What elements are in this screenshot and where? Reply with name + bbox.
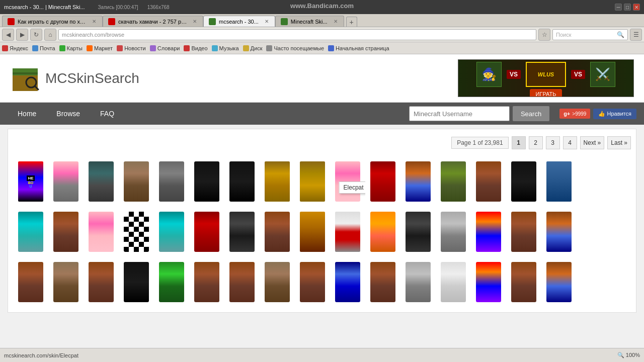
skin-cell-18[interactable]	[48, 207, 84, 257]
skin-cell-36[interactable]	[119, 257, 154, 307]
skin-cell-12[interactable]	[400, 156, 436, 207]
tab-4-close[interactable]: ✕	[333, 19, 339, 25]
skin-cell-47[interactable]	[506, 257, 541, 307]
skin-cell-30[interactable]	[471, 207, 506, 257]
back-button[interactable]: ◀	[2, 29, 14, 41]
skin-cell-22[interactable]	[189, 207, 224, 257]
tab-3-close[interactable]: ✕	[264, 19, 270, 25]
skin-cell-33[interactable]	[13, 257, 48, 307]
skin-img-6	[194, 161, 219, 202]
skin-cell-20[interactable]	[119, 207, 154, 257]
skin-cell-4[interactable]	[119, 156, 154, 207]
skin-cell-27[interactable]	[365, 207, 400, 257]
forward-button[interactable]: ▶	[16, 29, 28, 41]
skin-cell-32[interactable]	[541, 207, 577, 257]
bookmark-video[interactable]: Видео	[184, 45, 207, 51]
bookmark-music[interactable]: Музыка	[212, 45, 239, 51]
close-button[interactable]: ✕	[633, 4, 640, 11]
bookmark-disk[interactable]: Диск	[243, 45, 263, 51]
skin-cell-19[interactable]	[84, 207, 119, 257]
page-btn-4[interactable]: 4	[563, 136, 577, 149]
bookmark-dict[interactable]: Словари	[150, 45, 180, 51]
skin-cell-7[interactable]	[224, 156, 260, 207]
bookmark-maps[interactable]: Карты	[59, 45, 83, 51]
tab-1[interactable]: Как играть с другом по ха... ✕	[2, 16, 103, 27]
skin-cell-44[interactable]	[400, 257, 436, 307]
bookmark-freq[interactable]: Часто посещаемые	[266, 45, 324, 51]
page-btn-2[interactable]: 2	[529, 136, 543, 149]
bookmark-market[interactable]: Маркет	[87, 45, 113, 51]
skin-cell-29[interactable]	[436, 207, 471, 257]
gplus-button[interactable]: g+ >9999	[559, 109, 590, 119]
skin-cell-48[interactable]	[541, 257, 577, 307]
tab-1-icon	[8, 18, 15, 25]
bookmark-home[interactable]: Начальная страница	[328, 45, 389, 51]
banner-play-button[interactable]: ИГРАТЬ	[530, 89, 562, 97]
page-content: MCSkinSearch 🧙 VS WLUS VS ⚔️	[0, 54, 644, 348]
skin-cell-1[interactable]: HE BO U	[13, 156, 48, 207]
page-btn-3[interactable]: 3	[546, 136, 560, 149]
tab-2-close[interactable]: ✕	[192, 19, 198, 25]
skin-cell-6[interactable]	[189, 156, 224, 207]
bookmark-star[interactable]: ☆	[538, 29, 550, 41]
skin-cell-37[interactable]	[154, 257, 189, 307]
nav-faq[interactable]: FAQ	[90, 103, 124, 125]
skin-cell-11[interactable]	[365, 156, 400, 207]
tab-2[interactable]: скачать хамачи - 2 757 ре... ✕	[103, 16, 203, 27]
fb-button[interactable]: 👍 Нравится	[593, 109, 636, 119]
maximize-button[interactable]: □	[624, 4, 631, 11]
browser-search-box[interactable]: Поиск 🔍	[552, 29, 628, 40]
skin-cell-23[interactable]	[224, 207, 260, 257]
skin-cell-31[interactable]	[506, 207, 541, 257]
skin-cell-35[interactable]	[84, 257, 119, 307]
nav-search-button[interactable]: Search	[513, 106, 549, 121]
skin-img-elecpat	[335, 161, 360, 202]
url-bar[interactable]: mcskinearch.com/browse	[58, 29, 536, 40]
skin-cell-elecpat[interactable]: Elecpat	[330, 156, 365, 207]
bookmark-news[interactable]: Новости	[117, 45, 146, 51]
page-btn-last[interactable]: Last »	[607, 136, 631, 149]
nav-search-input[interactable]	[409, 106, 510, 121]
skin-cell-9[interactable]	[295, 156, 330, 207]
tab-4[interactable]: Minecraft Ski... ✕	[275, 16, 344, 27]
tab-1-close[interactable]: ✕	[91, 19, 97, 25]
skin-cell-26[interactable]	[330, 207, 365, 257]
skin-cell-38[interactable]	[189, 257, 224, 307]
skin-cell-3[interactable]	[84, 156, 119, 207]
skin-cell-15[interactable]	[506, 156, 541, 207]
skin-cell-43[interactable]	[365, 257, 400, 307]
skin-cell-13[interactable]	[436, 156, 471, 207]
skin-cell-2[interactable]	[48, 156, 84, 207]
skin-cell-5[interactable]	[154, 156, 189, 207]
home-nav-button[interactable]: ⌂	[44, 29, 56, 41]
page-btn-next[interactable]: Next »	[580, 136, 605, 149]
skin-cell-42[interactable]	[330, 257, 365, 307]
menu-button[interactable]: ☰	[630, 29, 642, 41]
new-tab-button[interactable]: +	[346, 17, 357, 27]
skin-cell-45[interactable]	[436, 257, 471, 307]
bookmark-yandex[interactable]: Яндекс	[2, 45, 28, 51]
skin-cell-46[interactable]	[471, 257, 506, 307]
nav-browse[interactable]: Browse	[46, 103, 90, 125]
minimize-button[interactable]: ─	[615, 4, 622, 11]
skin-cell-21[interactable]	[154, 207, 189, 257]
skin-cell-25[interactable]	[295, 207, 330, 257]
skin-cell-39[interactable]	[224, 257, 260, 307]
nav-home[interactable]: Home	[8, 103, 46, 125]
site-header: MCSkinSearch 🧙 VS WLUS VS ⚔️	[0, 54, 644, 103]
bookmark-dict-icon	[150, 45, 156, 51]
skin-cell-34[interactable]	[48, 257, 84, 307]
skin-cell-17[interactable]	[13, 207, 48, 257]
page-btn-1[interactable]: 1	[512, 136, 526, 149]
skin-cell-14[interactable]	[471, 156, 506, 207]
skin-cell-40[interactable]	[260, 257, 295, 307]
site-title: MCSkinSearch	[45, 70, 139, 86]
skin-cell-24[interactable]	[260, 207, 295, 257]
skin-cell-16[interactable]	[541, 156, 577, 207]
tab-3[interactable]: mcsearch - 30... ✕	[203, 16, 275, 27]
skin-cell-41[interactable]	[295, 257, 330, 307]
reload-button[interactable]: ↻	[30, 29, 42, 41]
bookmark-mail[interactable]: Почта	[32, 45, 55, 51]
skin-cell-28[interactable]	[400, 207, 436, 257]
skin-cell-8[interactable]	[260, 156, 295, 207]
